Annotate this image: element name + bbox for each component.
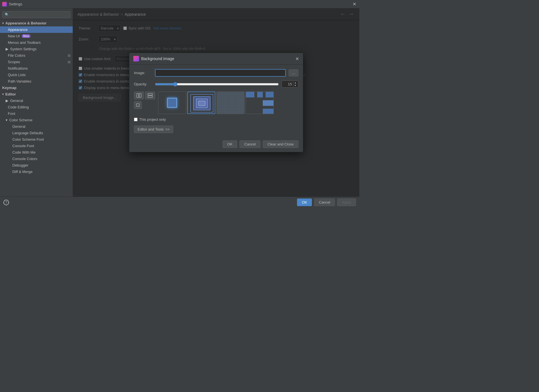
sidebar-item-label: Debugger — [12, 163, 28, 167]
sidebar-item-quick-lists[interactable]: Quick Lists — [0, 72, 73, 78]
layout-center-button[interactable] — [134, 101, 142, 109]
columns-icon — [136, 93, 141, 98]
browse-button[interactable]: … — [289, 69, 298, 76]
sidebar-item-diff-merge[interactable]: Diff & Merge — [0, 168, 73, 175]
sidebar-item-new-ui[interactable]: New UI Beta — [0, 33, 73, 39]
editor-and-tools-label: Editor and Tools — [138, 127, 164, 131]
opacity-slider[interactable] — [155, 82, 279, 86]
sidebar-group-editor[interactable]: ▾ Editor — [0, 91, 73, 97]
sidebar-item-label: General — [10, 99, 23, 103]
title-bar-title: Settings — [9, 2, 22, 6]
sidebar-item-file-colors[interactable]: File Colors ▤ — [0, 52, 73, 59]
sidebar-item-label: General — [12, 124, 25, 129]
image-row: Image: … — [134, 69, 298, 77]
layout-rows-button[interactable] — [145, 92, 155, 99]
preview-scatter[interactable] — [246, 92, 274, 114]
sidebar-item-path-variables[interactable]: Path Variables — [0, 78, 73, 85]
background-image-modal: Background Image ✕ Image: … Opacity: — [129, 53, 303, 152]
svg-rect-8 — [198, 101, 205, 106]
this-project-only-checkbox[interactable] — [134, 118, 138, 121]
modal-overlay: Background Image ✕ Image: … Opacity: — [73, 8, 359, 197]
modal-title: Background Image — [141, 56, 174, 61]
opacity-value-input[interactable] — [282, 81, 293, 87]
preview-center[interactable] — [158, 92, 186, 114]
svg-rect-14 — [257, 92, 263, 97]
opacity-value-box: ▲ ▼ — [282, 81, 298, 88]
sidebar-item-label: Scopes — [8, 60, 20, 64]
sidebar-item-debugger[interactable]: Debugger — [0, 162, 73, 168]
this-project-only-text: This project only — [139, 117, 166, 122]
sidebar-item-scopes[interactable]: Scopes ▤ — [0, 59, 73, 65]
sidebar-item-label: Console Font — [12, 144, 34, 148]
tile-preview-svg — [188, 92, 215, 114]
preview-grid[interactable] — [216, 92, 245, 114]
preview-tile[interactable] — [187, 92, 215, 114]
svg-rect-2 — [148, 94, 152, 95]
layout-columns-button[interactable] — [134, 92, 144, 99]
layout-and-preview — [134, 92, 298, 114]
editor-and-tools-button[interactable]: Editor and Tools >> — [134, 126, 173, 133]
sidebar-item-label: Quick Lists — [8, 73, 26, 77]
sidebar-item-label: Appearance — [8, 28, 28, 32]
sidebar-group-keymap[interactable]: Keymap — [0, 85, 73, 91]
file-colors-icon: ▤ — [68, 54, 70, 57]
sidebar-group-label: Keymap — [2, 86, 17, 90]
search-input[interactable] — [2, 11, 70, 18]
expand-arrow: ▶ — [6, 47, 8, 51]
sidebar-item-color-scheme[interactable]: ▾ Color Scheme — [0, 117, 73, 123]
sidebar-item-label: Menus and Toolbars — [8, 40, 41, 45]
cancel-button[interactable]: Cancel — [314, 199, 335, 206]
search-box — [0, 10, 73, 20]
modal-cancel-button[interactable]: Cancel — [239, 140, 260, 148]
beta-badge: Beta — [22, 34, 31, 38]
modal-icon — [133, 56, 139, 61]
sidebar-item-system-settings[interactable]: ▶ System Settings — [0, 46, 73, 52]
sidebar-item-cs-general[interactable]: General — [0, 123, 73, 130]
modal-header: Background Image ✕ — [129, 53, 303, 65]
expand-arrow: ▾ — [2, 93, 4, 96]
sidebar-item-language-defaults[interactable]: Language Defaults — [0, 130, 73, 136]
sidebar-item-font[interactable]: Font — [0, 110, 73, 117]
sidebar-item-label: Diff & Merge — [12, 170, 33, 174]
sidebar-item-label: Code Editing — [8, 105, 29, 109]
sidebar-item-code-with-me[interactable]: Code With Me — [0, 149, 73, 156]
sidebar-item-label: System Settings — [10, 47, 36, 51]
apply-button[interactable]: Apply — [337, 199, 356, 206]
ok-button[interactable]: OK — [297, 199, 312, 206]
sidebar-item-code-editing[interactable]: Code Editing — [0, 104, 73, 110]
app-icon — [2, 2, 7, 6]
sidebar-item-notifications[interactable]: Notifications — [0, 65, 73, 72]
sidebar-scroll: ▾ Appearance & Behavior Appearance New U… — [0, 20, 73, 195]
expand-icon: >> — [165, 127, 170, 131]
svg-rect-12 — [217, 92, 245, 114]
opacity-spinner: ▲ ▼ — [293, 81, 297, 87]
help-button[interactable]: ? — [3, 200, 9, 205]
sidebar-group-appearance-behavior[interactable]: ▾ Appearance & Behavior — [0, 20, 73, 26]
close-button[interactable]: ✕ — [351, 1, 357, 7]
center-icon — [135, 102, 140, 108]
modal-clear-close-button[interactable]: Clear and Close — [263, 140, 298, 148]
sidebar: ▾ Appearance & Behavior Appearance New U… — [0, 8, 73, 197]
modal-close-button[interactable]: ✕ — [295, 56, 299, 61]
sidebar-item-general[interactable]: ▶ General — [0, 97, 73, 104]
sidebar-item-label: Notifications — [8, 66, 28, 70]
expand-arrow: ▾ — [6, 118, 8, 122]
this-project-only-row: This project only — [134, 117, 298, 122]
sidebar-item-color-scheme-font[interactable]: Color Scheme Font — [0, 136, 73, 143]
help-icon-label: ? — [5, 200, 7, 204]
expand-arrow: ▾ — [2, 22, 4, 25]
opacity-increment[interactable]: ▲ — [293, 81, 297, 84]
opacity-decrement[interactable]: ▼ — [293, 84, 297, 87]
modal-ok-button[interactable]: OK — [223, 140, 237, 148]
bottom-bar: ? OK Cancel Apply — [0, 197, 359, 208]
main-layout: ▾ Appearance & Behavior Appearance New U… — [0, 8, 359, 197]
sidebar-item-console-colors[interactable]: Console Colors — [0, 156, 73, 162]
scopes-icon: ▤ — [68, 60, 70, 64]
opacity-label: Opacity: — [134, 82, 152, 86]
sidebar-item-menus-toolbars[interactable]: Menus and Toolbars — [0, 39, 73, 46]
sidebar-item-appearance[interactable]: Appearance — [0, 26, 73, 33]
image-input[interactable] — [155, 69, 286, 77]
grid-preview-svg — [217, 92, 245, 114]
sidebar-item-console-font[interactable]: Console Font — [0, 143, 73, 149]
this-project-only-label[interactable]: This project only — [134, 117, 166, 122]
